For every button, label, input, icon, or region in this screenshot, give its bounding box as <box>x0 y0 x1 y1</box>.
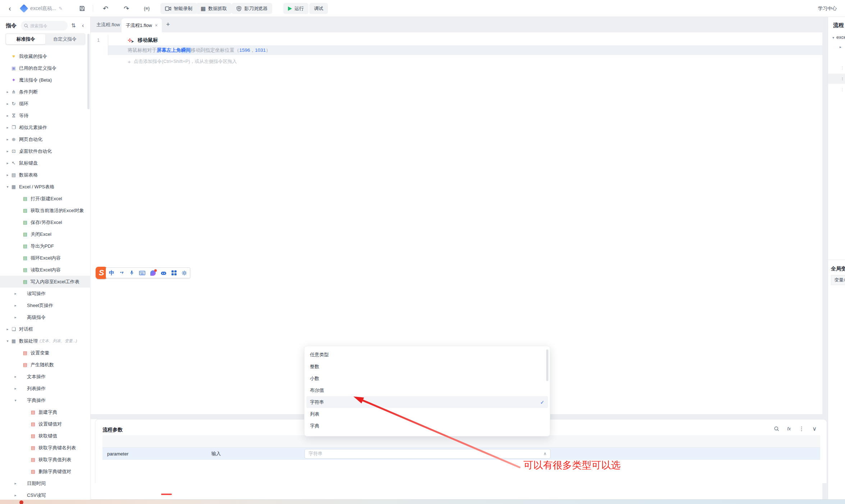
sidebar-item[interactable]: ▸ ⋔ 条件判断 <box>0 86 91 98</box>
sidebar-item[interactable]: ▤ 读取Excel内容 <box>0 264 91 276</box>
dropdown-option[interactable]: 任意类型 ✓ <box>306 349 548 361</box>
chinese-mode-icon[interactable]: 中 <box>109 270 114 276</box>
param-name-cell[interactable]: parameter <box>102 451 207 457</box>
dropdown-scrollbar[interactable] <box>546 349 548 381</box>
microphone-icon[interactable] <box>129 270 134 276</box>
sidebar-item[interactable]: ▤ 设置变量 <box>0 347 91 359</box>
expand-arrow-icon[interactable]: ▸ <box>5 149 10 153</box>
variable-list-icon[interactable]: {≡} <box>144 0 150 17</box>
sidebar-item[interactable]: ▸ ⊡ 桌面软件自动化 <box>0 145 91 157</box>
sidebar-item[interactable]: ▤ 循环Excel内容 <box>0 252 91 264</box>
flow-tree-child[interactable]: ▸ <box>840 45 841 49</box>
expand-arrow-icon[interactable]: ▸ <box>5 173 10 177</box>
sidebar-item[interactable]: ▾ 字典操作 <box>0 394 91 406</box>
param-type-select[interactable]: 字符串 ∧ <box>305 449 551 459</box>
chevron-down-icon[interactable]: ▾ <box>832 36 834 40</box>
debug-button[interactable]: 调试 <box>309 3 328 14</box>
sidebar-item[interactable]: ▸ ❐ 相似元素操作 <box>0 122 91 133</box>
yingdao-browser-button[interactable]: 影刀浏览器 <box>232 3 272 14</box>
back-icon[interactable]: ‹ <box>9 0 11 17</box>
sidebar-item[interactable]: ▸ 读写操作 <box>0 288 91 299</box>
sidebar-item[interactable]: ▸ ▤ 数据表格 <box>0 169 91 181</box>
expand-arrow-icon[interactable]: ▸ <box>13 493 18 497</box>
sidebar-item[interactable]: ✦ 魔法指令 (Beta) <box>0 74 91 86</box>
flow-tree-root[interactable]: ▾ excel底稿 <box>832 34 845 41</box>
sidebar-item[interactable]: ▸ ↻ 循环 <box>0 98 91 110</box>
sidebar-item[interactable]: ▤ 产生随机数 <box>0 359 91 371</box>
tab-custom-instructions[interactable]: 自定义指令 <box>45 34 84 44</box>
sidebar-item[interactable]: ▸ ⊕ 网页自动化 <box>0 133 91 145</box>
sidebar-item[interactable]: ▤ 删除字典键值对 <box>0 466 91 477</box>
expand-arrow-icon[interactable]: ▸ <box>5 102 10 106</box>
sidebar-item[interactable]: ▤ 获取字典键名列表 <box>0 442 91 454</box>
dropdown-option[interactable]: 布尔值 ✓ <box>306 384 548 396</box>
sidebar-item[interactable]: ▾ ▦ Excel / WPS表格 <box>0 181 91 193</box>
learn-center-link[interactable]: 学习中心 <box>818 0 837 17</box>
sidebar-item[interactable]: ▤ 写入内容至Excel工作表 <box>0 276 91 288</box>
expand-arrow-icon[interactable]: ▸ <box>13 386 18 390</box>
sidebar-item[interactable]: ▤ 设置键值对 <box>0 418 91 430</box>
sidebar-item[interactable]: ▤ 获取当前激活的Excel对象 <box>0 205 91 216</box>
sidebar-item[interactable]: ▸ Sheet页操作 <box>0 299 91 311</box>
ai-assistant-icon[interactable] <box>150 270 156 276</box>
collapse-sidebar-icon[interactable]: ‹ <box>82 22 84 29</box>
add-instruction-hint[interactable]: + 点击添加指令(Ctrl+Shift+P)，或从左侧指令区拖入 <box>128 57 237 66</box>
expand-arrow-icon[interactable]: ▾ <box>5 185 10 189</box>
sidebar-item[interactable]: ▣ 已用的自定义指令 <box>0 62 91 74</box>
expand-arrow-icon[interactable]: ▸ <box>5 125 10 129</box>
sidebar-item[interactable]: ▸ ❏ 对话框 <box>0 323 91 335</box>
sidebar-item[interactable]: ▸ 文本操作 <box>0 371 91 382</box>
expand-arrow-icon[interactable]: ▸ <box>5 137 10 141</box>
sidebar-item[interactable]: ▾ ▦ 数据处理 (文本、列表、变量...) <box>0 335 91 347</box>
search-icon[interactable] <box>774 426 779 431</box>
expand-arrow-icon[interactable]: ▸ <box>5 161 10 165</box>
close-tab-icon[interactable]: × <box>155 23 158 28</box>
step-description[interactable]: 将鼠标相对于屏幕左上角瞬间移动到指定坐标位置（1596，1031） <box>108 45 822 55</box>
sidebar-item[interactable]: ▤ 获取键值 <box>0 430 91 442</box>
sidebar-item[interactable]: ▸ 日期时间 <box>0 477 91 489</box>
flow-step[interactable]: ✜ ➤ 移动鼠标 <box>108 35 822 45</box>
toolbox-grid-icon[interactable] <box>172 270 177 275</box>
param-direction-cell[interactable]: 输入 <box>207 450 305 457</box>
run-button[interactable]: 运行 <box>283 3 309 14</box>
sidebar-item[interactable]: ▤ 关闭Excel <box>0 228 91 240</box>
move-mode-link[interactable]: 瞬间 <box>181 47 191 54</box>
more-options-icon[interactable]: ⋮ <box>799 425 804 432</box>
flow-list-row[interactable]: ⋮⋮ <box>828 63 845 73</box>
dropdown-option[interactable]: 整数 ✓ <box>306 361 548 372</box>
sidebar-item[interactable]: ▤ 导出为PDF <box>0 240 91 252</box>
expand-arrow-icon[interactable]: ▸ <box>13 303 18 307</box>
expand-arrow-icon[interactable]: ▸ <box>13 375 18 379</box>
add-tab-icon[interactable]: + <box>166 17 170 32</box>
expand-arrow-icon[interactable]: ▸ <box>13 292 18 295</box>
undo-icon[interactable]: ↶ <box>103 0 108 17</box>
tab-sub-flow[interactable]: 子流程1.flow × <box>122 18 162 32</box>
keyboard-icon[interactable] <box>139 271 145 275</box>
collapse-panel-icon[interactable]: ∨ <box>812 425 817 432</box>
redo-icon[interactable]: ↷ <box>124 0 129 17</box>
settings-gear-icon[interactable] <box>182 270 187 276</box>
sidebar-item[interactable]: ▤ 新建字典 <box>0 406 91 418</box>
search-input[interactable] <box>30 23 62 28</box>
coordinate-origin-link[interactable]: 屏幕左上角 <box>157 47 181 54</box>
expand-arrow-icon[interactable]: ▸ <box>13 481 18 485</box>
tab-standard-instructions[interactable]: 标准指令 <box>6 34 45 44</box>
coord-y[interactable]: 1031 <box>255 47 266 53</box>
data-capture-button[interactable]: ▦ 数据抓取 <box>196 3 232 14</box>
search-input-wrap[interactable] <box>21 21 68 31</box>
chevron-right-icon[interactable]: ▸ <box>840 45 841 49</box>
flow-list-row[interactable]: ⋮⋮ <box>828 84 845 95</box>
edit-icon[interactable]: ✎ <box>59 0 63 17</box>
expand-arrow-icon[interactable]: ▸ <box>5 90 10 94</box>
sidebar-item[interactable]: ♥ 我收藏的指令 <box>0 50 91 62</box>
smart-record-button[interactable]: 智能录制 <box>160 3 197 14</box>
expand-arrow-icon[interactable]: ▾ <box>13 398 18 402</box>
expand-arrow-icon[interactable]: ▸ <box>13 315 18 319</box>
sidebar-item[interactable]: ▤ 打开/新建Excel <box>0 193 91 205</box>
punctuation-icon[interactable] <box>119 270 124 275</box>
robot-icon[interactable] <box>161 271 166 275</box>
sidebar-item[interactable]: ▤ 保存/另存Excel <box>0 216 91 228</box>
sidebar-item[interactable]: ▸ 高级指令 <box>0 311 91 323</box>
function-icon[interactable]: fx <box>787 426 791 431</box>
dropdown-option[interactable]: 字典 ✓ <box>306 420 548 432</box>
